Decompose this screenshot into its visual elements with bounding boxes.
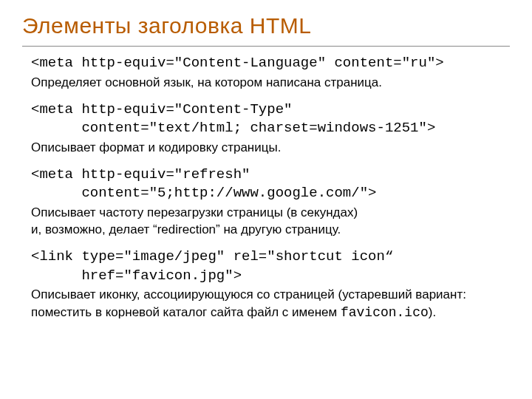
desc-4-mono: favicon.ico	[341, 305, 429, 320]
slide-title: Элементы заголовка HTML	[22, 13, 510, 43]
desc-3: Описывает частоту перезагрузки страницы …	[31, 205, 510, 239]
desc-1: Определяет основной язык, на котором нап…	[31, 75, 510, 92]
slide-content: <meta http-equiv="Content-Language" cont…	[22, 54, 510, 321]
desc-4: Описывает иконку, ассоциирующуюся со стр…	[31, 287, 510, 321]
code-block-2: <meta http-equiv="Content-Type" content=…	[31, 100, 510, 138]
code-block-3: <meta http-equiv="refresh" content="5;ht…	[31, 166, 510, 203]
desc-4-suffix: ).	[429, 305, 436, 319]
code-block-4: <link type="image/jpeg" rel="shortcut ic…	[31, 248, 510, 285]
title-rule	[22, 46, 510, 47]
code-block-1: <meta http-equiv="Content-Language" cont…	[31, 54, 510, 73]
slide: Элементы заголовка HTML <meta http-equiv…	[0, 0, 532, 399]
desc-2: Описывает формат и кодировку страницы.	[31, 140, 510, 157]
